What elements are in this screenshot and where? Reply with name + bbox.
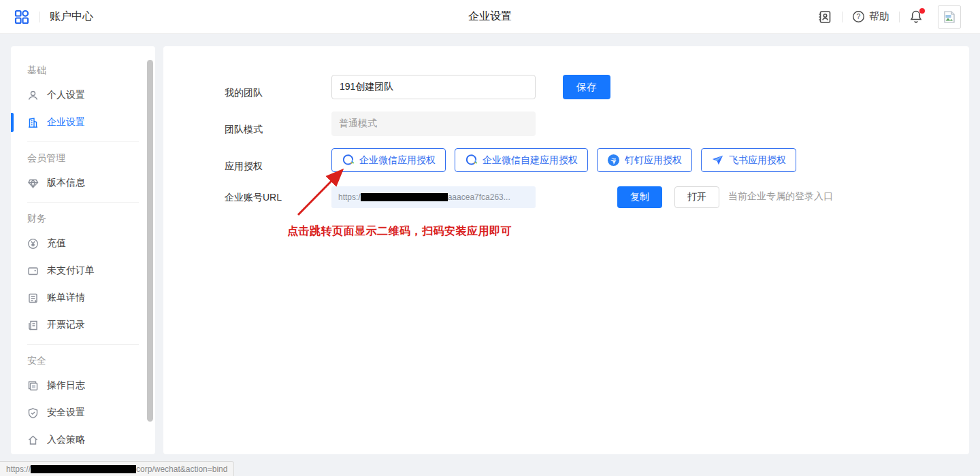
sidebar-divider — [27, 202, 139, 203]
sidebar-item-join-policy[interactable]: 入会策略 — [27, 426, 148, 454]
sidebar-section-security: 安全 — [27, 354, 148, 368]
enterprise-url-label: 企业账号URL — [225, 192, 282, 204]
sidebar-section-basic: 基础 — [27, 64, 148, 78]
sidebar: 基础 个人设置 企业设置 会员管理 版本信息 财务 — [11, 46, 155, 454]
annotation-text: 点击跳转页面显示二维码，扫码安装应用即可 — [287, 224, 512, 239]
sidebar-item-label: 企业设置 — [47, 116, 85, 129]
url-hint-text: 当前企业专属的登录入口 — [728, 190, 833, 203]
sidebar-item-operation-logs[interactable]: 操作日志 — [27, 372, 148, 399]
sidebar-item-label: 入会策略 — [47, 434, 85, 446]
top-header: 账户中心 企业设置 ? 帮助 — [0, 0, 980, 34]
sidebar-divider — [27, 141, 139, 142]
app-auth-buttons: 企业微信应用授权 企业微信自建应用授权 钉钉应用授权 飞书 — [331, 148, 796, 172]
building-icon — [27, 117, 39, 129]
contacts-book-icon[interactable] — [817, 10, 832, 24]
log-icon — [27, 380, 39, 392]
sidebar-divider — [27, 344, 139, 345]
sidebar-item-version-info[interactable]: 版本信息 — [27, 169, 148, 197]
notifications-button[interactable] — [909, 10, 923, 24]
sidebar-item-label: 版本信息 — [47, 177, 85, 189]
auth-button-label: 飞书应用授权 — [729, 154, 786, 167]
sidebar-item-label: 安全设置 — [47, 407, 85, 419]
help-label: 帮助 — [869, 10, 889, 23]
help-circle-icon: ? — [852, 10, 865, 23]
avatar[interactable] — [938, 5, 961, 29]
url-prefix: https:/ — [338, 192, 361, 202]
product-area-label: 账户中心 — [50, 10, 93, 24]
url-redaction — [361, 193, 448, 201]
dingtalk-auth-button[interactable]: 钉钉应用授权 — [597, 148, 692, 172]
diamond-icon — [27, 177, 39, 189]
sidebar-item-label: 开票记录 — [47, 319, 85, 331]
feishu-auth-button[interactable]: 飞书应用授权 — [701, 148, 796, 172]
sidebar-item-enterprise-settings[interactable]: 企业设置 — [27, 109, 148, 136]
header-divider — [39, 12, 40, 22]
open-url-button[interactable]: 打开 — [674, 186, 719, 208]
sidebar-item-label: 未支付订单 — [47, 265, 95, 277]
status-url-prefix: https:// — [6, 464, 31, 474]
sidebar-item-recharge[interactable]: 充值 — [27, 230, 148, 257]
shield-check-icon — [27, 407, 39, 419]
auth-button-label: 企业微信自建应用授权 — [483, 154, 578, 167]
sidebar-item-unpaid-orders[interactable]: 未支付订单 — [27, 257, 148, 284]
team-name-input[interactable] — [331, 75, 536, 99]
sidebar-section-membership: 会员管理 — [27, 152, 148, 165]
copy-url-button[interactable]: 复制 — [617, 186, 662, 208]
sidebar-scrollbar[interactable] — [147, 60, 153, 422]
feishu-icon — [711, 154, 724, 167]
header-divider — [842, 12, 843, 22]
header-divider — [899, 12, 900, 22]
dingtalk-icon — [607, 154, 620, 167]
wecom-icon — [342, 154, 355, 167]
wecom-selfbuilt-auth-button[interactable]: 企业微信自建应用授权 — [455, 148, 588, 172]
sidebar-item-bill-details[interactable]: 账单详情 — [27, 284, 148, 311]
wecom-icon — [465, 154, 478, 167]
url-suffix: aaacea7fca263... — [448, 192, 510, 202]
team-name-label: 我的团队 — [225, 87, 263, 99]
status-url-suffix: corp/wechat&action=bind — [136, 464, 227, 474]
invoice-icon — [27, 320, 39, 331]
sidebar-item-invoice-records[interactable]: 开票记录 — [27, 311, 148, 339]
apps-grid-icon[interactable] — [14, 9, 30, 25]
enterprise-settings-panel: 我的团队 保存 团队模式 应用授权 企业微信应用授权 企业微信自建应用授权 — [163, 46, 969, 454]
sidebar-item-label: 账单详情 — [47, 292, 85, 304]
sidebar-item-label: 充值 — [47, 237, 66, 250]
auth-button-label: 钉钉应用授权 — [625, 154, 682, 167]
bill-icon — [27, 292, 39, 304]
sidebar-item-security-settings[interactable]: 安全设置 — [27, 399, 148, 426]
sidebar-item-label: 操作日志 — [47, 379, 85, 392]
save-button[interactable]: 保存 — [563, 75, 610, 99]
status-url-redaction — [31, 465, 136, 473]
house-icon — [27, 435, 39, 446]
app-auth-label: 应用授权 — [225, 160, 263, 173]
browser-status-bar: https://corp/wechat&action=bind — [0, 461, 234, 476]
notification-dot — [919, 8, 925, 14]
sidebar-item-personal-settings[interactable]: 个人设置 — [27, 82, 148, 109]
wecom-auth-button[interactable]: 企业微信应用授权 — [331, 148, 446, 172]
sidebar-item-label: 个人设置 — [47, 89, 85, 101]
help-button[interactable]: ? 帮助 — [852, 10, 889, 23]
enterprise-url-value[interactable]: https:/aaacea7fca263... — [331, 186, 536, 208]
sidebar-section-finance: 财务 — [27, 212, 148, 226]
recharge-yen-icon — [27, 238, 39, 250]
wallet-icon — [27, 265, 39, 277]
user-icon — [27, 90, 39, 101]
broken-image-icon — [943, 10, 956, 24]
team-mode-label: 团队模式 — [225, 124, 263, 136]
team-mode-input — [331, 112, 536, 136]
svg-text:?: ? — [857, 13, 861, 20]
auth-button-label: 企业微信应用授权 — [359, 154, 436, 167]
